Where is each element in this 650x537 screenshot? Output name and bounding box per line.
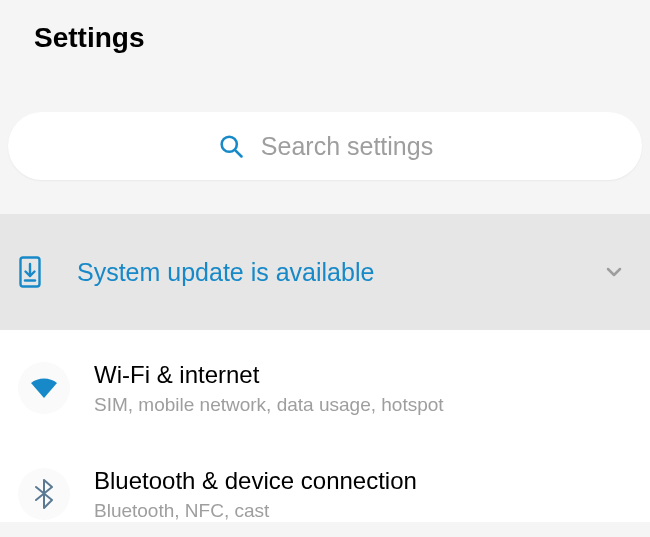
chevron-down-icon bbox=[602, 260, 626, 284]
settings-item-subtitle: Bluetooth, NFC, cast bbox=[94, 500, 417, 522]
system-update-banner[interactable]: System update is available bbox=[0, 214, 650, 330]
settings-item-text: Wi-Fi & internet SIM, mobile network, da… bbox=[94, 360, 444, 416]
page-title: Settings bbox=[0, 0, 650, 54]
system-update-icon bbox=[18, 256, 42, 288]
search-placeholder: Search settings bbox=[261, 132, 433, 161]
settings-item-title: Bluetooth & device connection bbox=[94, 466, 417, 496]
search-settings-bar[interactable]: Search settings bbox=[8, 112, 642, 180]
wifi-icon bbox=[18, 362, 70, 414]
settings-item-text: Bluetooth & device connection Bluetooth,… bbox=[94, 466, 417, 522]
settings-item-title: Wi-Fi & internet bbox=[94, 360, 444, 390]
bluetooth-icon bbox=[18, 468, 70, 520]
settings-item-bluetooth[interactable]: Bluetooth & device connection Bluetooth,… bbox=[0, 434, 650, 522]
svg-line-1 bbox=[235, 150, 241, 156]
banner-text: System update is available bbox=[77, 258, 602, 287]
settings-item-subtitle: SIM, mobile network, data usage, hotspot bbox=[94, 394, 444, 416]
settings-item-wifi[interactable]: Wi-Fi & internet SIM, mobile network, da… bbox=[0, 330, 650, 434]
search-icon bbox=[217, 132, 245, 160]
settings-list: Wi-Fi & internet SIM, mobile network, da… bbox=[0, 330, 650, 522]
